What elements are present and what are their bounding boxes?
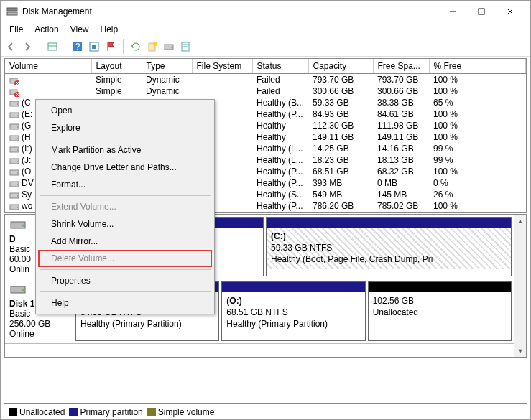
col-volume[interactable]: Volume [5,59,91,74]
svg-point-36 [17,149,18,151]
volume-icon [9,157,19,164]
legend-unallocated: Unallocated [19,407,65,417]
legend-simple: Simple volume [158,407,215,417]
col-pctfree[interactable]: % Free [429,59,468,74]
properties-icon[interactable] [180,41,191,52]
partition-size: 59.33 GB NTFS [271,242,507,253]
menu-item-change-drive-letter-and-paths[interactable]: Change Drive Letter and Paths... [38,159,212,176]
volume-icon [9,203,19,210]
menu-item-format[interactable]: Format... [38,176,212,193]
volume-icon [9,123,19,130]
table-row[interactable]: SimpleDynamicFailed793.70 GB793.70 GB100… [5,74,526,86]
title-bar: Disk Management [1,1,530,22]
partition-status: Healthy (Boot, Page File, Crash Dump, Pr… [271,253,507,265]
menu-action[interactable]: Action [29,23,64,36]
menu-item-help[interactable]: Help [38,294,212,312]
maximize-button[interactable] [467,1,496,22]
legend: Unallocated Primary partition Simple vol… [4,403,527,419]
menu-view[interactable]: View [65,23,95,36]
legend-swatch-simple [147,408,156,416]
svg-rect-0 [7,8,17,11]
menu-item-add-mirror[interactable]: Add Mirror... [38,233,212,250]
scroll-up-icon[interactable]: ▲ [514,215,526,227]
close-button[interactable] [496,1,525,22]
drive-icon[interactable] [163,41,175,52]
new-icon[interactable] [147,41,158,52]
legend-swatch-unallocated [9,408,17,416]
svg-point-30 [17,115,18,116]
partition-status: Healthy (Primary Partition) [80,318,214,330]
svg-point-34 [17,138,18,139]
svg-point-44 [17,195,18,197]
menu-item-extend-volume: Extend Volume... [38,198,212,215]
refresh-icon[interactable] [130,41,142,52]
menu-separator [40,195,211,196]
menu-file[interactable]: File [4,23,29,36]
svg-point-50 [22,289,24,291]
legend-swatch-primary [69,408,78,416]
table-row[interactable]: SimpleDynamicFailed300.66 GB300.66 GB100… [5,85,526,97]
volume-icon [9,169,19,176]
svg-point-13 [153,42,157,46]
menu-item-mark-partition-as-active[interactable]: Mark Partition as Active [38,141,212,159]
menu-item-properties[interactable]: Properties [38,272,212,289]
volume-icon [9,77,19,84]
menu-bar: File Action View Help [1,22,530,37]
svg-rect-1 [7,12,17,15]
volume-icon [9,100,19,107]
partition[interactable]: 102.56 GBUnallocated [368,281,512,341]
volume-icon [9,146,19,153]
app-icon [6,6,18,17]
scroll-down-icon[interactable]: ▼ [514,345,526,357]
disk-size: 256.00 GB [9,319,68,329]
col-freespace[interactable]: Free Spa... [373,59,429,74]
svg-point-42 [17,184,18,185]
partition-status: Unallocated [373,307,507,318]
partition-status: Healthy (Primary Partition) [226,318,360,330]
table-header-row: Volume Layout Type File System Status Ca… [5,59,526,74]
partition-label: (O:) [226,295,360,307]
svg-point-40 [17,172,18,174]
partition[interactable]: (O:)68.51 GB NTFSHealthy (Primary Partit… [221,281,365,341]
volume-icon [9,180,19,187]
back-icon[interactable] [5,41,17,52]
volume-icon [9,192,19,199]
menu-separator [40,269,211,270]
forward-icon[interactable] [22,41,33,52]
col-status[interactable]: Status [252,59,308,74]
menu-separator [40,139,211,139]
flag-icon[interactable] [105,41,116,52]
vertical-scrollbar[interactable]: ▲ ▼ [514,215,526,357]
menu-item-explore[interactable]: Explore [38,119,212,136]
help-icon[interactable]: ? [72,41,83,52]
context-menu: OpenExploreMark Partition as ActiveChang… [35,99,215,314]
col-capacity[interactable]: Capacity [308,59,373,74]
svg-rect-6 [48,43,57,50]
volume-icon [9,111,19,118]
disk-status: Online [9,329,68,339]
partition-size: 102.56 GB [373,295,507,307]
svg-rect-11 [92,45,96,49]
svg-point-15 [171,47,172,48]
col-layout[interactable]: Layout [91,59,142,74]
menu-separator [40,291,211,292]
partition-bar [222,282,364,292]
svg-point-38 [17,161,18,162]
menu-item-shrink-volume[interactable]: Shrink Volume... [38,215,212,233]
svg-point-28 [17,103,18,105]
partition-bar [369,282,511,292]
volume-icon [9,134,19,141]
menu-help[interactable]: Help [95,23,124,36]
settings-icon[interactable] [88,41,100,52]
col-type[interactable]: Type [142,59,192,74]
col-filesystem[interactable]: File System [192,59,252,74]
view-icon[interactable] [47,41,58,52]
partition-label: (C:) [271,230,507,242]
toolbar: ? [1,37,530,57]
minimize-button[interactable] [438,1,467,22]
partition[interactable]: (C:)59.33 GB NTFSHealthy (Boot, Page Fil… [266,217,512,276]
window-title: Disk Management [22,6,92,17]
menu-item-open[interactable]: Open [38,102,212,119]
volume-icon [9,88,19,95]
legend-primary: Primary partition [80,407,142,417]
